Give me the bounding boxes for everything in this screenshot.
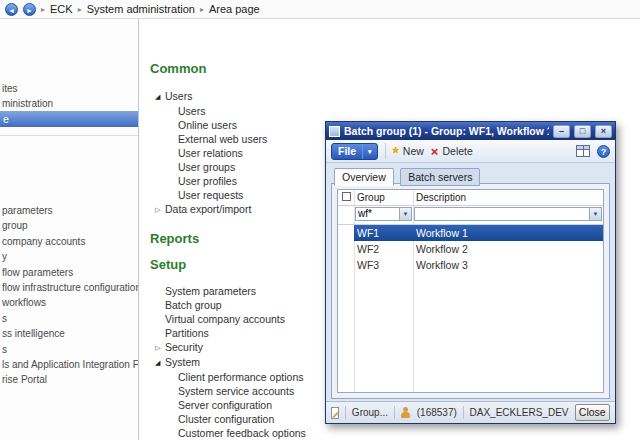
collapsed-triangle-icon: ▷	[155, 341, 165, 355]
nav-link[interactable]: company accounts	[2, 234, 138, 249]
user-icon	[401, 407, 411, 419]
nav-link-list: parameters group company accounts y flow…	[2, 203, 138, 388]
minimize-button[interactable]: –	[553, 125, 570, 138]
grid-header-row: Group Description	[338, 190, 603, 206]
nav-link[interactable]: workflows	[2, 295, 138, 310]
batch-group-dialog: Batch group (1) - Group: WF1, Workflow 1…	[325, 121, 616, 424]
breadcrumb-separator-icon: ▸	[200, 5, 204, 14]
batch-group-grid: Group Description wf* ▼ ▼	[337, 189, 604, 393]
select-all-checkbox[interactable]	[342, 192, 351, 201]
breadcrumb-area-page[interactable]: Area page	[209, 3, 260, 15]
cell-group[interactable]: WF2	[354, 241, 413, 257]
menu-item-customer-feedback-options[interactable]: Customer feedback options	[155, 426, 640, 440]
application-window: ◄ ► ▸ ECK ▸ System administration ▸ Area…	[0, 0, 640, 440]
tree-group-users[interactable]: ◢Users	[155, 89, 640, 104]
tree-group-label: Data export/import	[165, 203, 251, 215]
nav-link[interactable]: flow parameters	[2, 265, 138, 280]
cell-description[interactable]: Workflow 2	[413, 241, 603, 257]
cell-description[interactable]: Workflow 3	[413, 257, 603, 273]
nav-link[interactable]: s	[2, 311, 138, 326]
nav-link[interactable]: ss intelligence	[2, 326, 138, 341]
nav-link[interactable]: y	[2, 249, 138, 264]
delete-button-label: Delete	[442, 145, 472, 157]
nav-link[interactable]: group	[2, 218, 138, 233]
user-id: (168537)	[417, 407, 457, 418]
nav-item-system-administration[interactable]: ministration	[2, 98, 53, 109]
environment-name: DAX_ECKLERS_DEV	[470, 407, 569, 418]
delete-button[interactable]: × Delete	[431, 145, 473, 158]
help-icon[interactable]: ?	[597, 145, 610, 158]
sidebar-divider	[0, 135, 138, 136]
statusbar-separator	[394, 406, 395, 419]
breadcrumb-bar: ◄ ► ▸ ECK ▸ System administration ▸ Area…	[0, 0, 640, 19]
nav-link[interactable]: rise Portal	[2, 372, 138, 387]
file-menu-button[interactable]: File ▾	[331, 143, 378, 160]
breadcrumb-eck[interactable]: ECK	[50, 3, 73, 15]
description-filter-combo[interactable]: ▼	[414, 207, 602, 221]
grid-row-wf2[interactable]: WF2 Workflow 2	[338, 241, 603, 257]
file-menu-label: File	[332, 145, 362, 157]
status-hint: Group...	[352, 407, 388, 418]
column-header-group[interactable]: Group	[354, 190, 413, 205]
cell-group[interactable]: WF1	[354, 225, 413, 241]
row-selector-cell[interactable]	[338, 225, 354, 241]
dialog-titlebar[interactable]: Batch group (1) - Group: WF1, Workflow 1…	[326, 122, 615, 140]
section-title-common: Common	[150, 61, 640, 76]
dialog-toolbar: File ▾ * New × Delete ?	[326, 140, 615, 163]
breadcrumb-separator-icon: ▸	[78, 5, 82, 14]
row-selector-cell[interactable]	[338, 257, 354, 273]
expanded-triangle-icon: ◢	[155, 90, 165, 104]
dialog-statusbar: Group... (168537) DAX_ECKLERS_DEV Close	[326, 401, 615, 423]
close-button[interactable]: Close	[575, 404, 611, 421]
menu-item-users[interactable]: Users	[155, 104, 640, 118]
combo-arrow-icon[interactable]: ▼	[399, 208, 411, 220]
tab-overview[interactable]: Overview	[334, 168, 394, 186]
group-filter-value[interactable]: wf*	[356, 208, 399, 220]
maximize-button[interactable]: □	[574, 125, 591, 138]
statusbar-separator	[345, 406, 346, 419]
grid-row-wf3[interactable]: WF3 Workflow 3	[338, 257, 603, 273]
collapsed-triangle-icon: ▷	[155, 203, 165, 217]
breadcrumb-separator-icon: ▸	[41, 5, 45, 14]
overview-tab-panel: Group Description wf* ▼ ▼	[331, 183, 610, 399]
navigation-pane: ites ministration e parameters group com…	[0, 19, 139, 440]
back-icon[interactable]: ◄	[5, 3, 18, 16]
nav-link[interactable]: ls and Application Integration Fr...	[2, 357, 138, 372]
chevron-down-icon: ▾	[362, 144, 377, 159]
cell-description[interactable]: Workflow 1	[413, 225, 603, 241]
new-star-icon: *	[393, 149, 399, 159]
cell-group[interactable]: WF3	[354, 257, 413, 273]
grid-filter-row: wf* ▼ ▼	[338, 206, 603, 225]
forward-icon[interactable]: ►	[23, 3, 36, 16]
breadcrumb-system-administration[interactable]: System administration	[87, 3, 195, 15]
nav-item-selected[interactable]: e	[0, 111, 138, 127]
nav-link[interactable]: parameters	[2, 203, 138, 218]
new-button[interactable]: * New	[393, 145, 424, 157]
grid-row-wf1[interactable]: WF1 Workflow 1	[338, 225, 603, 241]
column-header-description[interactable]: Description	[413, 190, 603, 205]
record-edit-icon	[331, 407, 339, 419]
tab-batch-servers[interactable]: Batch servers	[400, 168, 480, 186]
nav-link[interactable]: flow infrastructure configuration	[2, 280, 138, 295]
tree-group-label: Users	[165, 90, 192, 102]
description-filter-value[interactable]	[415, 208, 589, 220]
nav-item-favorites[interactable]: ites	[2, 83, 18, 94]
form-icon	[329, 126, 340, 137]
group-filter-combo[interactable]: wf* ▼	[355, 207, 412, 221]
delete-x-icon: ×	[431, 145, 439, 158]
close-window-button[interactable]: ×	[595, 125, 612, 138]
new-button-label: New	[403, 145, 424, 157]
grid-view-icon[interactable]	[576, 145, 590, 157]
dialog-tabs: Overview Batch servers	[334, 167, 482, 186]
tree-group-label: System	[165, 356, 200, 368]
dialog-title: Batch group (1) - Group: WF1, Workflow 1	[344, 125, 549, 137]
combo-arrow-icon[interactable]: ▼	[589, 208, 601, 220]
toolbar-separator	[385, 143, 386, 159]
row-selector-cell[interactable]	[338, 241, 354, 257]
tree-group-label: Security	[165, 341, 203, 353]
statusbar-separator	[463, 406, 464, 419]
expanded-triangle-icon: ◢	[155, 356, 165, 370]
nav-link[interactable]: s	[2, 342, 138, 357]
